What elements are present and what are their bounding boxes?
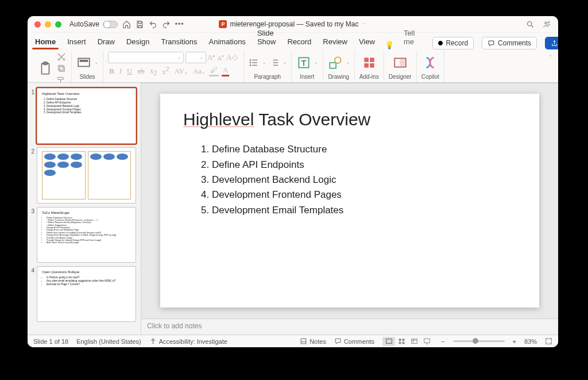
list-item[interactable]: Development Backend Logic	[212, 172, 516, 187]
paste-icon[interactable]	[38, 61, 53, 76]
tab-transitions[interactable]: Transitions	[159, 35, 199, 49]
tab-draw[interactable]: Draw	[96, 35, 117, 49]
designer-label: Designer	[389, 74, 412, 81]
slide-thumbnail-1[interactable]: Highlevel Task Overview Define Database …	[37, 88, 136, 144]
tab-view[interactable]: View	[357, 35, 377, 49]
zoom-in-button[interactable]: +	[513, 338, 516, 345]
svg-rect-25	[386, 339, 392, 344]
ribbon-toolbar: Paste ⌄ Slides ⌄ ⌄ A▴ A▾ A◇ B I	[28, 49, 558, 83]
search-icon[interactable]	[526, 20, 535, 29]
italic-button[interactable]: I	[118, 67, 123, 76]
slide-thumbnail-3[interactable]: ToDo MieterEngel Define Database Structu…	[37, 207, 136, 263]
addins-icon[interactable]	[362, 55, 377, 70]
undo-icon[interactable]	[149, 20, 157, 29]
copilot-icon[interactable]	[423, 55, 438, 70]
svg-rect-9	[78, 58, 90, 66]
change-case-icon[interactable]: Aa⌄	[192, 67, 206, 76]
bullets-icon[interactable]	[249, 57, 259, 68]
cut-icon[interactable]	[56, 52, 67, 62]
designer-icon[interactable]	[393, 55, 408, 70]
title-dropdown-icon[interactable]: ﹀	[362, 21, 367, 28]
account-icon[interactable]	[543, 20, 551, 29]
ribbon-tabs: Home Insert Draw Design Transitions Anim…	[28, 32, 558, 49]
slide-thumbnail-panel[interactable]: 1 Highlevel Task Overview Define Databas…	[28, 83, 141, 335]
sorter-view-button[interactable]	[395, 337, 408, 346]
slide-canvas[interactable]: Highlevel Task Overview Define Database …	[160, 94, 539, 307]
underline-button[interactable]: U	[126, 67, 133, 76]
fit-to-window-button[interactable]	[545, 337, 552, 345]
bold-button[interactable]: B	[108, 67, 115, 76]
font-size-dropdown[interactable]: ⌄	[185, 52, 206, 63]
character-spacing-icon[interactable]: AV⌄	[173, 67, 189, 76]
comments-button[interactable]: Comments	[482, 37, 537, 49]
slide-thumbnail-2[interactable]	[37, 147, 136, 203]
text-box-icon[interactable]	[296, 55, 311, 70]
list-item[interactable]: Define Database Structure	[212, 142, 516, 157]
lightbulb-icon: 💡	[385, 41, 394, 49]
reading-view-button[interactable]	[408, 337, 420, 346]
comments-toggle[interactable]: Comments	[334, 337, 374, 345]
superscript-button[interactable]: x2	[161, 66, 171, 76]
chevron-down-icon[interactable]: ⌄	[95, 60, 98, 65]
zoom-out-button[interactable]: −	[441, 338, 444, 345]
share-button[interactable]: Share⌄	[545, 37, 558, 49]
tab-slideshow[interactable]: Slide Show	[256, 26, 278, 49]
svg-rect-28	[399, 342, 401, 344]
svg-rect-27	[402, 339, 404, 341]
zoom-slider[interactable]	[453, 340, 505, 342]
subscript-button[interactable]: x2	[149, 66, 158, 76]
drawing-label: Drawing	[328, 74, 349, 81]
autosave-switch[interactable]	[103, 21, 118, 28]
slideshow-view-button[interactable]	[420, 337, 433, 346]
language-status[interactable]: English (United States)	[76, 338, 141, 345]
list-item[interactable]: Development Email Templates	[212, 203, 516, 218]
zoom-percent[interactable]: 83%	[524, 338, 537, 345]
redo-icon[interactable]	[162, 20, 171, 29]
fullscreen-window-button[interactable]	[55, 21, 61, 28]
notes-toggle[interactable]: Notes	[300, 337, 326, 345]
slide-content-list[interactable]: Define Database Structure Define API End…	[183, 142, 516, 218]
tab-animations[interactable]: Animations	[207, 35, 247, 49]
addins-label: Add-ins	[359, 74, 379, 81]
strikethrough-button[interactable]: ab	[136, 67, 145, 76]
slide-counter[interactable]: Slide 1 of 18	[33, 338, 68, 345]
svg-point-0	[528, 21, 532, 26]
tab-record[interactable]: Record	[285, 35, 313, 49]
decrease-font-icon[interactable]: A▾	[216, 54, 225, 62]
tell-me-search[interactable]: Tell me	[402, 26, 417, 49]
accessibility-status[interactable]: Accessibility: Investigate	[149, 337, 227, 345]
normal-view-button[interactable]	[382, 337, 395, 346]
slide-title[interactable]: Highlevel Task Overview	[183, 110, 516, 129]
tab-home[interactable]: Home	[33, 35, 57, 49]
svg-rect-19	[364, 63, 369, 68]
tab-insert[interactable]: Insert	[65, 35, 88, 49]
svg-rect-8	[59, 66, 63, 70]
record-button[interactable]: Record	[432, 37, 474, 49]
numbering-icon[interactable]	[269, 57, 280, 68]
collapse-ribbon-icon[interactable]: ⌄	[549, 53, 552, 57]
svg-rect-30	[411, 339, 417, 344]
list-item[interactable]: Define API Endpoints	[212, 158, 516, 172]
slide-thumbnail-4[interactable]: Open Questions Rolique Is Flexbox going …	[37, 266, 136, 322]
save-icon[interactable]	[136, 20, 144, 29]
minimize-window-button[interactable]	[45, 21, 51, 28]
list-item[interactable]: Development Frontend Pages	[212, 187, 516, 202]
tab-review[interactable]: Review	[321, 35, 349, 49]
increase-font-icon[interactable]: A▴	[206, 53, 216, 62]
font-name-dropdown[interactable]: ⌄	[108, 52, 184, 63]
clear-formatting-icon[interactable]: A◇	[225, 53, 238, 62]
copy-icon[interactable]	[56, 63, 67, 74]
font-color-icon[interactable]: A	[222, 66, 229, 76]
close-window-button[interactable]	[34, 21, 41, 28]
shapes-icon[interactable]	[328, 55, 343, 70]
highlight-color-icon[interactable]: 🖊	[209, 66, 219, 76]
notes-pane[interactable]: Click to add notes	[141, 318, 558, 335]
svg-point-11	[250, 60, 251, 61]
autosave-toggle[interactable]: AutoSave	[69, 20, 118, 28]
more-icon[interactable]: •••	[175, 20, 184, 29]
tab-design[interactable]: Design	[125, 35, 151, 49]
slide-canvas-area[interactable]: Highlevel Task Overview Define Database …	[141, 83, 558, 318]
home-icon[interactable]	[122, 20, 131, 29]
new-slide-icon[interactable]	[76, 55, 91, 70]
document-title: mieterengel-proposal — Saved to my Mac	[230, 20, 358, 28]
